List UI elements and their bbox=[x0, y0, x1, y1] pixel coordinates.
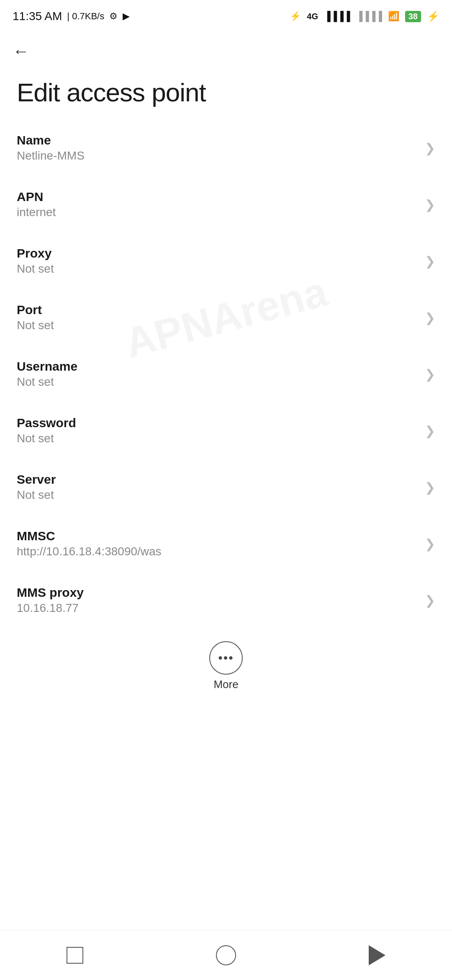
more-button[interactable]: ••• More bbox=[0, 629, 452, 699]
back-arrow-icon: ← bbox=[13, 42, 29, 61]
chevron-right-icon: ❯ bbox=[425, 310, 435, 325]
settings-item-proxy[interactable]: ProxyNot set❯ bbox=[0, 233, 452, 289]
settings-value-7: http://10.16.18.4:38090/was bbox=[17, 545, 416, 558]
settings-label-2: Proxy bbox=[17, 246, 416, 260]
settings-value-2: Not set bbox=[17, 262, 416, 276]
page-title: Edit access point bbox=[0, 69, 452, 120]
back-icon bbox=[369, 945, 385, 965]
bottom-nav bbox=[0, 930, 452, 980]
settings-item-content: ProxyNot set bbox=[17, 246, 416, 276]
settings-item-name[interactable]: NameNetline-MMS❯ bbox=[0, 120, 452, 176]
chevron-right-icon: ❯ bbox=[425, 423, 435, 438]
chevron-right-icon: ❯ bbox=[425, 593, 435, 608]
settings-value-4: Not set bbox=[17, 375, 416, 389]
recents-icon bbox=[67, 947, 83, 964]
home-icon bbox=[216, 945, 236, 965]
signal-4g-icon: 4G bbox=[307, 12, 318, 21]
settings-label-7: MMSC bbox=[17, 529, 416, 543]
settings-item-content: MMS proxy10.16.18.77 bbox=[17, 585, 416, 615]
charging-icon: ⚡ bbox=[427, 10, 439, 22]
chevron-right-icon: ❯ bbox=[425, 197, 435, 212]
nav-home-button[interactable] bbox=[208, 937, 244, 974]
settings-value-8: 10.16.18.77 bbox=[17, 601, 416, 615]
chevron-right-icon: ❯ bbox=[425, 480, 435, 495]
more-circle-icon: ••• bbox=[209, 641, 243, 675]
settings-item-content: UsernameNot set bbox=[17, 359, 416, 389]
settings-label-5: Password bbox=[17, 416, 416, 430]
status-right: ⚡ 4G ▐▐▐▐ ▐▐▐▐ 📶 38 ⚡ bbox=[290, 10, 439, 22]
settings-value-6: Not set bbox=[17, 488, 416, 502]
settings-item-port[interactable]: PortNot set❯ bbox=[0, 289, 452, 346]
more-dots-icon: ••• bbox=[218, 651, 234, 665]
settings-label-6: Server bbox=[17, 472, 416, 487]
status-bar: 11:35 AM | 0.7KB/s ⚙ ▶ ⚡ 4G ▐▐▐▐ ▐▐▐▐ 📶 … bbox=[0, 0, 452, 29]
settings-item-content: MMSChttp://10.16.18.4:38090/was bbox=[17, 529, 416, 558]
settings-label-4: Username bbox=[17, 359, 416, 374]
signal-bars-2-icon: ▐▐▐▐ bbox=[356, 11, 382, 22]
back-button[interactable]: ← bbox=[13, 38, 29, 65]
settings-item-content: ServerNot set bbox=[17, 472, 416, 502]
chevron-right-icon: ❯ bbox=[425, 367, 435, 382]
status-speed: | 0.7KB/s bbox=[67, 11, 104, 22]
settings-label-0: Name bbox=[17, 133, 416, 147]
settings-label-8: MMS proxy bbox=[17, 585, 416, 600]
settings-label-1: APN bbox=[17, 190, 416, 204]
settings-item-mmsc[interactable]: MMSChttp://10.16.18.4:38090/was❯ bbox=[0, 516, 452, 572]
battery-indicator: 38 bbox=[405, 11, 421, 22]
settings-value-5: Not set bbox=[17, 432, 416, 445]
settings-value-0: Netline-MMS bbox=[17, 149, 416, 162]
signal-bars-icon: ▐▐▐▐ bbox=[324, 11, 350, 22]
settings-item-content: NameNetline-MMS bbox=[17, 133, 416, 162]
settings-item-content: PasswordNot set bbox=[17, 416, 416, 445]
wifi-icon: 📶 bbox=[388, 11, 399, 22]
nav-back-button[interactable] bbox=[360, 937, 394, 974]
chevron-right-icon: ❯ bbox=[425, 254, 435, 268]
settings-item-content: PortNot set bbox=[17, 303, 416, 332]
chevron-right-icon: ❯ bbox=[425, 141, 435, 155]
settings-item-username[interactable]: UsernameNot set❯ bbox=[0, 346, 452, 402]
settings-value-3: Not set bbox=[17, 319, 416, 332]
settings-item-apn[interactable]: APNinternet❯ bbox=[0, 176, 452, 233]
settings-item-password[interactable]: PasswordNot set❯ bbox=[0, 402, 452, 459]
camera-icon: ▶ bbox=[123, 11, 130, 22]
bluetooth-icon: ⚡ bbox=[290, 11, 301, 22]
status-time: 11:35 AM bbox=[13, 10, 62, 23]
settings-item-server[interactable]: ServerNot set❯ bbox=[0, 459, 452, 516]
settings-item-content: APNinternet bbox=[17, 190, 416, 219]
settings-label-3: Port bbox=[17, 303, 416, 317]
more-label: More bbox=[213, 678, 238, 691]
settings-list: NameNetline-MMS❯APNinternet❯ProxyNot set… bbox=[0, 120, 452, 629]
chevron-right-icon: ❯ bbox=[425, 536, 435, 551]
settings-value-1: internet bbox=[17, 206, 416, 219]
top-bar: ← bbox=[0, 29, 452, 69]
settings-icon: ⚙ bbox=[109, 11, 118, 22]
nav-recents-button[interactable] bbox=[58, 939, 92, 972]
settings-item-mms-proxy[interactable]: MMS proxy10.16.18.77❯ bbox=[0, 572, 452, 629]
status-left: 11:35 AM | 0.7KB/s ⚙ ▶ bbox=[13, 10, 130, 23]
